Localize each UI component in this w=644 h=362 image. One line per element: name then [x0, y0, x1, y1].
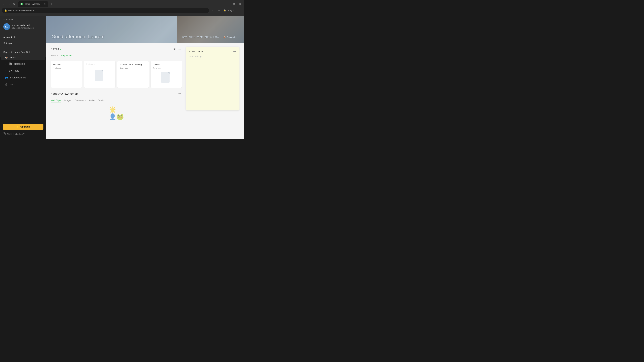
tags-icon: 🏷 — [9, 69, 12, 72]
browser-chrome: ← → ↻ E Home - Evernote ✕ + − ⧉ ✕ 🔒 ever… — [0, 0, 244, 16]
note-title-4: Untitled — [153, 63, 180, 66]
notebooks-icon: 📓 — [9, 62, 12, 65]
tab-suggested[interactable]: Suggested — [61, 53, 72, 58]
reader-view-button[interactable]: ⊡ — [216, 8, 221, 13]
expand-icon: ▶ — [5, 63, 6, 65]
captured-section-title: RECENTLY CAPTURED — [51, 93, 78, 95]
note-time-3: 6 min ago — [120, 67, 146, 69]
notes-grid: Untitled 4 min ago 5 min ago — [51, 61, 182, 88]
sidebar-item-trash-label: Trash — [10, 83, 16, 86]
scratch-pad-content-area[interactable] — [189, 58, 236, 107]
date-display: SATURDAY, FEBRUARY 3, 2024 — [182, 36, 219, 38]
main-content: Good afternoon, Lauren! SATURDAY, FEBRUA… — [46, 16, 244, 139]
sidebar-item-shared[interactable]: 👥 Shared with Me — [1, 74, 45, 81]
help-button[interactable]: ? Need a little help? — [3, 132, 44, 136]
scratch-pad-title: SCRATCH PAD — [189, 50, 206, 53]
captured-title-text: RECENTLY CAPTURED — [51, 93, 78, 95]
recently-captured-section: RECENTLY CAPTURED ••• Web Clips Images D… — [51, 92, 182, 124]
window-controls: − ⧉ ✕ — [226, 2, 242, 6]
notes-more-button[interactable]: ••• — [178, 47, 182, 51]
sidebar-bottom: ⚡ Upgrade ? Need a little help? — [0, 121, 46, 139]
note-title-1: Untitled — [53, 63, 80, 66]
back-button[interactable]: ← — [2, 2, 6, 6]
notes-arrow-icon: › — [60, 48, 61, 50]
check-icon: ✓ — [40, 25, 43, 28]
notes-section-title[interactable]: NOTES › — [51, 48, 61, 50]
note-thumbnail-4 — [153, 70, 180, 85]
scratch-pad-card: SCRATCH PAD ••• Start writing... — [186, 47, 240, 110]
menu-button[interactable]: ⋮ — [238, 8, 242, 13]
file-icon-2 — [94, 70, 105, 82]
dropdown-account-email: 18a1cfd9@moodjoy.com — [12, 27, 34, 29]
captured-tab-images[interactable]: Images — [64, 98, 71, 103]
account-info-item[interactable]: Account info... — [0, 34, 46, 40]
note-card-1[interactable]: Untitled 4 min ago — [51, 61, 82, 88]
tab-title: Home - Evernote — [24, 3, 42, 5]
active-tab[interactable]: E Home - Evernote ✕ — [18, 1, 48, 7]
new-tab-button[interactable]: + — [49, 2, 54, 6]
settings-item[interactable]: Settings — [0, 40, 46, 46]
close-button[interactable]: ✕ — [238, 2, 242, 6]
tab-bar: ← → ↻ E Home - Evernote ✕ + − ⧉ ✕ — [0, 0, 244, 7]
empty-state-emoji: 🌟👤🐸 — [109, 106, 124, 120]
notes-tabs: Recent Suggested — [51, 53, 182, 58]
help-label: Need a little help? — [7, 133, 24, 135]
address-bar[interactable]: 🔒 evernote.com/client/web#/ — [2, 8, 209, 13]
tab-close-button[interactable]: ✕ — [44, 2, 46, 5]
app-container: ACCOUNT LD Lauren Dale Deli 18a1cfd9@moo… — [0, 16, 244, 139]
notes-view-button[interactable]: ⊞ — [173, 47, 176, 51]
forward-button[interactable]: → — [7, 2, 12, 6]
browser-actions: ☆ ⊡ 🕵 Incognito ⋮ — [210, 8, 242, 13]
address-bar-row: 🔒 evernote.com/client/web#/ ☆ ⊡ 🕵 Incogn… — [0, 7, 244, 14]
sidebar: ACCOUNT LD Lauren Dale Deli 18a1cfd9@moo… — [0, 16, 46, 139]
account-dropdown: ACCOUNT LD Lauren Dale Deli 18a1cfd9@moo… — [0, 16, 46, 57]
url-text: evernote.com/client/web#/ — [8, 9, 34, 12]
sidebar-item-trash[interactable]: 🗑 Trash — [1, 81, 45, 88]
scratch-pad: SCRATCH PAD ••• Start writing... — [186, 47, 240, 124]
dropdown-avatar: LD — [3, 23, 10, 30]
captured-tab-documents[interactable]: Documents — [75, 98, 86, 103]
expand-icon-tags: ▶ — [5, 70, 6, 72]
captured-more-button[interactable]: ••• — [178, 92, 182, 96]
incognito-button[interactable]: 🕵 Incognito — [222, 8, 236, 12]
captured-images-label: Images — [64, 99, 71, 102]
shared-icon: 👥 — [5, 76, 8, 79]
trash-icon: 🗑 — [5, 83, 8, 86]
note-card-4[interactable]: Untitled 8 min ago — [150, 61, 182, 88]
file-icon-4 — [161, 72, 171, 84]
scratch-pad-header: SCRATCH PAD ••• — [189, 50, 236, 53]
reload-button[interactable]: ↻ — [12, 2, 16, 6]
captured-tab-emails[interactable]: Emails — [98, 98, 104, 103]
captured-emails-label: Emails — [98, 99, 104, 102]
upgrade-button[interactable]: ⚡ Upgrade — [3, 124, 44, 130]
sidebar-item-notebooks[interactable]: ▶ 📓 Notebooks — [1, 60, 45, 67]
maximize-button[interactable]: ⧉ — [232, 2, 236, 6]
bookmark-button[interactable]: ☆ — [210, 8, 215, 13]
note-card-2[interactable]: 5 min ago — [84, 61, 115, 88]
tab-recent[interactable]: Recent — [51, 53, 58, 58]
note-card-3[interactable]: Minutes of the meeting 6 min ago — [118, 61, 148, 88]
scratch-pad-menu-button[interactable]: ••• — [233, 50, 236, 53]
account-section-label: ACCOUNT — [0, 18, 46, 22]
captured-tab-webclips[interactable]: Web Clips — [51, 98, 61, 103]
captured-tab-audio[interactable]: Audio — [89, 98, 94, 103]
note-time-4: 8 min ago — [153, 67, 180, 69]
sidebar-item-tags-label: Tags — [14, 69, 19, 72]
dropdown-account-info: Lauren Dale Deli 18a1cfd9@moodjoy.com — [12, 24, 34, 29]
sidebar-item-tags[interactable]: ▶ 🏷 Tags — [1, 67, 45, 74]
customize-button[interactable]: 🏠 Customize — [222, 35, 239, 39]
content-area: NOTES › ⊞ ••• Recent — [46, 43, 244, 128]
upgrade-label: Upgrade — [20, 125, 30, 128]
notes-section-actions: ⊞ ••• — [173, 47, 182, 51]
minimize-button[interactable]: − — [226, 2, 230, 6]
upgrade-icon: ⚡ — [16, 125, 19, 128]
customize-label: Customize — [227, 36, 237, 38]
incognito-label: Incognito — [227, 9, 235, 11]
hero-content: Good afternoon, Lauren! SATURDAY, FEBRUA… — [46, 31, 244, 43]
sign-out-item[interactable]: Sign out Lauren Dale Deli — [0, 49, 46, 55]
customize-icon: 🏠 — [223, 36, 226, 38]
captured-empty-state: 🌟👤🐸 — [51, 103, 182, 124]
sidebar-nav: 🏠 Notes ▶ 📓 Notebooks ▶ 🏷 Tags 👥 Shared … — [0, 53, 46, 121]
dropdown-account-item[interactable]: LD Lauren Dale Deli 18a1cfd9@moodjoy.com… — [0, 22, 46, 31]
notes-title-text: NOTES — [51, 48, 59, 50]
